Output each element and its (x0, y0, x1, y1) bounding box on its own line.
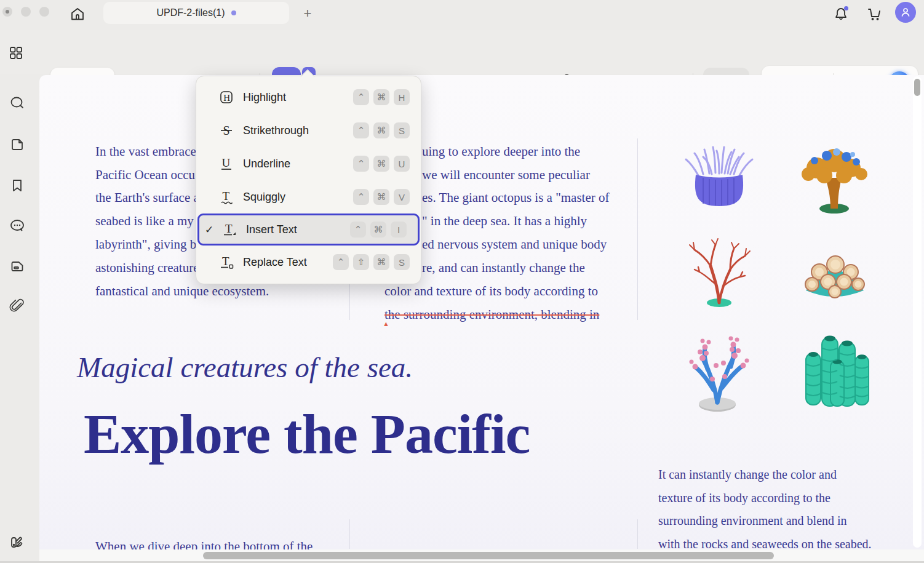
underline-icon: U (216, 155, 237, 172)
paragraph-line: color and texture of its body according … (384, 284, 598, 299)
paragraph-line: In the vast embrace (95, 144, 196, 159)
paragraph-line: astonishing creature (95, 260, 199, 276)
grid-icon (8, 45, 24, 61)
menu-item-label: Strikethrough (243, 124, 309, 137)
svg-text:T: T (222, 255, 229, 268)
tab-title: UPDF-2-files(1) (156, 7, 225, 18)
coral-image-red-branch (676, 234, 763, 309)
vertical-scrollbar-track[interactable] (913, 76, 922, 548)
window-close-button[interactable] (2, 7, 12, 17)
horizontal-scrollbar-track[interactable] (39, 549, 924, 561)
paragraph-line: with the rocks and seaweeds on the seabe… (658, 537, 872, 549)
store-button[interactable] (862, 2, 886, 26)
coral-image-tree (791, 140, 878, 215)
chat-dots-icon (9, 217, 26, 234)
shortcut-keys: ⌃ ⌘ H (353, 89, 410, 105)
key-command: ⌘ (373, 156, 389, 172)
key-letter: V (394, 189, 410, 205)
paragraph-line: " in the deep sea. It has a highly (422, 214, 587, 229)
paragraph-line: surrounding environment and blend in (658, 514, 847, 528)
menu-item-replace-text[interactable]: T Replace Text ⌃ ⇧ ⌘ S (196, 246, 421, 279)
comments-panel-button[interactable] (7, 216, 27, 236)
vertical-scrollbar-thumb[interactable] (914, 79, 920, 96)
bookmarks-panel-button[interactable] (7, 175, 27, 195)
window-button-dot (6, 10, 9, 14)
subtitle-heading: Magical creatures of the sea. (77, 351, 413, 384)
page-field-icon (9, 258, 25, 274)
account-avatar[interactable] (895, 2, 916, 23)
paragraph-line: When we dive deep into the bottom of the (95, 539, 313, 549)
person-icon (899, 6, 912, 18)
key-letter: S (394, 122, 410, 138)
paragraph-line: It can instantly change the color and (658, 468, 837, 482)
notifications-button[interactable] (829, 2, 853, 26)
left-sidebar (0, 74, 39, 563)
menu-item-label: Insert Text (246, 223, 297, 236)
crop-panel-button[interactable] (7, 257, 27, 276)
window-minimize-button[interactable] (21, 7, 31, 17)
text-markup-dropdown-menu: H Highlight ⌃ ⌘ H S Strikethrough ⌃ ⌘ S … (196, 76, 421, 284)
paperclip-icon (9, 298, 26, 315)
coral-image-pink-blue (678, 326, 760, 412)
paragraph-line: es. The giant octopus is a "master of (422, 190, 609, 206)
home-icon (70, 6, 86, 22)
highlight-icon: H (216, 89, 237, 106)
key-command: ⌘ (373, 89, 389, 105)
paragraph-line: re, and can instantly change the (422, 260, 585, 276)
coral-image-mushroom (791, 236, 878, 311)
document-tab[interactable]: UPDF-2-files(1) (103, 2, 289, 24)
paragraph-line: uing to explore deeper into the (422, 144, 580, 159)
shortcut-keys: ⌃ ⌘ U (353, 156, 410, 172)
paragraph-line: seabed is like a my (95, 214, 194, 229)
paragraph-line: ed nervous system and unique body (422, 237, 607, 252)
key-control: ⌃ (353, 122, 369, 138)
menu-item-highlight[interactable]: H Highlight ⌃ ⌘ H (196, 81, 421, 114)
paragraph-line: texture of its body according to the (658, 491, 830, 505)
swatches-icon (8, 533, 26, 551)
key-command: ⌘ (370, 222, 386, 238)
search-button[interactable] (7, 94, 27, 113)
swatches-button[interactable] (7, 532, 27, 552)
column-divider (349, 519, 350, 549)
attachments-panel-button[interactable] (7, 297, 27, 316)
paragraph-line: labyrinth", giving b (95, 237, 196, 252)
horizontal-scrollbar-thumb[interactable] (203, 552, 774, 559)
title-bar: UPDF-2-files(1) + (0, 0, 924, 30)
pdf-page[interactable]: In the vast embrace Pacific Ocean occu t… (39, 75, 924, 549)
search-icon (9, 95, 26, 112)
menu-item-label: Replace Text (243, 256, 307, 269)
key-control: ⌃ (350, 222, 366, 238)
menu-item-label: Squiggly (243, 191, 285, 204)
column-divider (637, 519, 638, 549)
key-letter: I (391, 222, 407, 238)
strikethrough-icon: S (216, 122, 237, 139)
menu-item-strikethrough[interactable]: S Strikethrough ⌃ ⌘ S (196, 114, 421, 147)
svg-text:H: H (223, 93, 230, 103)
paragraph-line: Pacific Ocean occu (95, 167, 195, 183)
bookmark-icon (9, 177, 25, 193)
menu-item-underline[interactable]: U Underline ⌃ ⌘ U (196, 147, 421, 180)
paragraph-line: fantastical and unique ecosystem. (95, 284, 269, 299)
coral-image-teal-tubes (801, 326, 875, 412)
key-letter: S (394, 254, 410, 270)
shortcut-keys: ⌃ ⌘ S (353, 122, 410, 138)
key-command: ⌘ (373, 189, 389, 205)
key-control: ⌃ (353, 89, 369, 105)
pages-panel-button[interactable] (7, 135, 27, 154)
menu-item-insert-text-selected[interactable]: ✓ T Insert Text ⌃ ⌘ I (197, 214, 420, 246)
unsaved-dot-icon (231, 10, 236, 15)
new-tab-button[interactable]: + (298, 4, 317, 23)
thumbnail-panel-button[interactable] (6, 43, 26, 63)
insert-text-icon: T (219, 221, 240, 238)
svg-text:T: T (225, 222, 233, 235)
column-divider (637, 138, 638, 320)
key-command: ⌘ (373, 254, 389, 270)
menu-item-squiggly[interactable]: T Squiggly ⌃ ⌘ V (196, 180, 421, 214)
shortcut-keys: ⌃ ⌘ V (353, 189, 410, 205)
paragraph-line: the Earth's surface a (95, 190, 199, 206)
replace-text-icon: T (216, 254, 237, 271)
window-zoom-button[interactable] (39, 7, 49, 17)
shortcut-keys: ⌃ ⌘ I (350, 222, 407, 238)
svg-text:U: U (222, 156, 231, 169)
home-button[interactable] (66, 3, 89, 25)
